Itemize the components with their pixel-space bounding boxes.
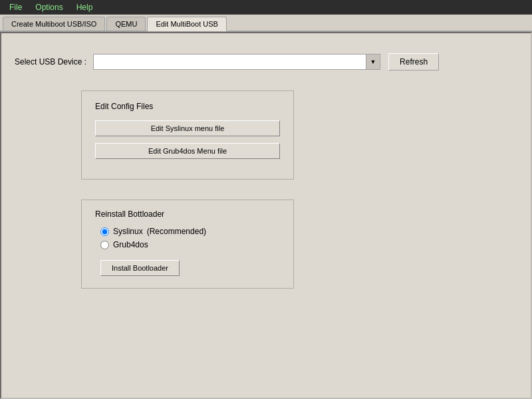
install-bootloader-button[interactable]: Install Bootloader: [100, 260, 180, 276]
tabbar: Create Multiboot USB/ISO QEMU Edit Multi…: [0, 15, 532, 32]
tab-qemu[interactable]: QEMU: [106, 17, 146, 31]
bootloader-section-title: Reinstall Bottloader: [95, 209, 280, 219]
config-files-section: Edit Config Files Edit Syslinux menu fil…: [81, 90, 294, 180]
menu-file[interactable]: File: [3, 1, 29, 13]
refresh-button[interactable]: Refresh: [388, 53, 439, 70]
tab-edit-multiboot[interactable]: Edit MultiBoot USB: [147, 17, 227, 31]
edit-grub4dos-button[interactable]: Edit Grub4dos Menu file: [95, 143, 280, 159]
tab-create-multiboot[interactable]: Create Multiboot USB/ISO: [3, 17, 105, 31]
menubar: File Options Help: [0, 0, 532, 15]
usb-dropdown-arrow[interactable]: ▼: [366, 54, 380, 70]
config-section-title: Edit Config Files: [95, 102, 280, 111]
main-content: Select USB Device : ▼ Refresh Edit Confi…: [0, 32, 532, 399]
radio-syslinux[interactable]: [100, 227, 109, 236]
menu-options[interactable]: Options: [29, 1, 69, 13]
usb-select-wrapper: ▼: [93, 54, 380, 70]
menu-help[interactable]: Help: [70, 1, 100, 13]
radio-syslinux-row: Syslinux (Recommended): [100, 227, 280, 236]
usb-device-row: Select USB Device : ▼ Refresh: [15, 53, 517, 70]
usb-device-input[interactable]: [93, 54, 366, 70]
edit-syslinux-button[interactable]: Edit Syslinux menu file: [95, 120, 280, 136]
radio-syslinux-note: (Recommended): [147, 227, 206, 236]
usb-label: Select USB Device :: [15, 57, 86, 66]
radio-grub4dos[interactable]: [100, 241, 109, 249]
bootloader-section: Reinstall Bottloader Syslinux (Recommend…: [81, 200, 294, 289]
radio-grub4dos-row: Grub4dos: [100, 240, 280, 249]
radio-syslinux-label: Syslinux: [113, 227, 143, 236]
radio-grub4dos-label: Grub4dos: [113, 240, 148, 249]
